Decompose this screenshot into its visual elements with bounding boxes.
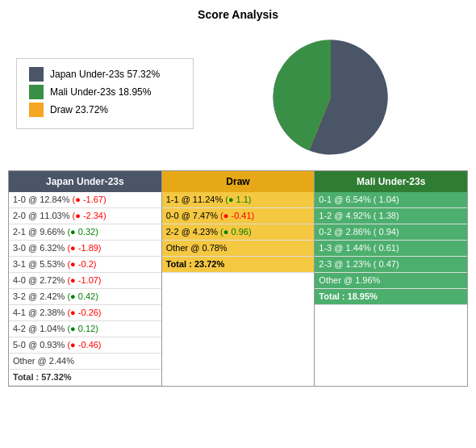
japan-score-7: 4-1 @ 2.38%: [13, 308, 67, 317]
page-title: Score Analysis: [8, 8, 468, 21]
legend-item-japan: Japan Under-23s 57.32%: [29, 67, 181, 82]
japan-change-0: (● -1.67): [73, 195, 106, 204]
legend: Japan Under-23s 57.32% Mali Under-23s 18…: [16, 58, 194, 129]
japan-score-2: 2-1 @ 9.66%: [13, 227, 67, 237]
japan-row-7: 4-1 @ 2.38% (● -0.26): [9, 305, 161, 321]
draw-row-0: 1-1 @ 11.24% (● 1.1): [162, 192, 315, 208]
japan-score-9: 5-0 @ 0.93%: [13, 340, 67, 350]
pie-container: [194, 29, 468, 158]
mali-row-1: 1-2 @ 4.92% ( 1.38): [315, 208, 467, 224]
japan-row-8: 4-2 @ 1.04% (● 0.12): [9, 321, 161, 337]
draw-total-text: Total : 23.72%: [166, 259, 225, 269]
japan-score-3: 3-0 @ 6.32%: [13, 243, 67, 253]
japan-change-3: (● -1.89): [67, 243, 101, 253]
draw-change-1: (● -0.41): [220, 211, 254, 220]
mali-total: Total : 18.95%: [315, 289, 467, 305]
japan-score-8: 4-2 @ 1.04%: [13, 324, 67, 333]
japan-score-0: 1-0 @ 12.84%: [13, 195, 73, 204]
japan-row-9: 5-0 @ 0.93% (● -0.46): [9, 337, 161, 354]
draw-row-other: Other @ 0.78%: [162, 241, 315, 257]
mali-total-text: Total : 18.95%: [319, 291, 378, 301]
score-table: Japan Under-23s 1-0 @ 12.84% (● -1.67) 2…: [8, 170, 468, 387]
draw-row-2: 2-2 @ 4.23% (● 0.96): [162, 224, 315, 241]
pie-chart: [258, 29, 403, 158]
japan-score-1: 2-0 @ 11.03%: [13, 211, 73, 220]
legend-item-draw: Draw 23.72%: [29, 103, 181, 117]
japan-row-3: 3-0 @ 6.32% (● -1.89): [9, 241, 161, 257]
japan-row-other: Other @ 2.44%: [9, 354, 161, 370]
japan-change-7: (● -0.26): [67, 308, 101, 317]
draw-other: Other @ 0.78%: [166, 243, 228, 253]
japan-change-6: (● 0.42): [67, 291, 98, 301]
legend-color-mali: [29, 85, 44, 99]
draw-score-2: 2-2 @ 4.23%: [166, 227, 220, 237]
japan-score-6: 3-2 @ 2.42%: [13, 291, 67, 301]
legend-color-draw: [29, 103, 44, 117]
legend-label-mali: Mali Under-23s 18.95%: [50, 86, 151, 98]
draw-total: Total : 23.72%: [162, 257, 315, 273]
mali-score-1: 1-2 @ 4.92% ( 1.38): [319, 211, 399, 220]
draw-row-1: 0-0 @ 7.47% (● -0.41): [162, 208, 315, 224]
mali-score-4: 2-3 @ 1.23% ( 0.47): [319, 259, 399, 269]
japan-column: Japan Under-23s 1-0 @ 12.84% (● -1.67) 2…: [9, 171, 161, 386]
japan-score-4: 3-1 @ 5.53%: [13, 259, 67, 269]
japan-other: Other @ 2.44%: [13, 356, 74, 366]
mali-other: Other @ 1.96%: [319, 275, 380, 285]
japan-total-text: Total : 57.32%: [13, 372, 72, 382]
japan-change-8: (● 0.12): [67, 324, 98, 333]
japan-change-5: (● -1.07): [67, 275, 101, 285]
legend-item-mali: Mali Under-23s 18.95%: [29, 85, 181, 99]
mali-score-3: 1-3 @ 1.44% ( 0.61): [319, 243, 399, 253]
draw-score-0: 1-1 @ 11.24%: [166, 195, 226, 204]
page: Score Analysis Japan Under-23s 57.32% Ma…: [0, 0, 476, 395]
legend-label-draw: Draw 23.72%: [50, 104, 108, 115]
japan-row-2: 2-1 @ 9.66% (● 0.32): [9, 224, 161, 241]
draw-change-0: (● 1.1): [225, 195, 251, 204]
japan-change-1: (● -2.34): [73, 211, 106, 220]
draw-change-2: (● 0.96): [220, 227, 251, 237]
japan-score-5: 4-0 @ 2.72%: [13, 275, 67, 285]
japan-change-2: (● 0.32): [67, 227, 98, 237]
japan-change-9: (● -0.46): [67, 340, 101, 350]
draw-score-1: 0-0 @ 7.47%: [166, 211, 220, 220]
japan-change-4: (● -0.2): [67, 259, 96, 269]
japan-row-4: 3-1 @ 5.53% (● -0.2): [9, 257, 161, 273]
draw-header: Draw: [162, 171, 315, 192]
mali-row-3: 1-3 @ 1.44% ( 0.61): [315, 241, 467, 257]
top-section: Japan Under-23s 57.32% Mali Under-23s 18…: [8, 29, 468, 158]
mali-row-0: 0-1 @ 6.54% ( 1.04): [315, 192, 467, 208]
japan-row-0: 1-0 @ 12.84% (● -1.67): [9, 192, 161, 208]
japan-header: Japan Under-23s: [9, 171, 161, 192]
mali-row-2: 0-2 @ 2.86% ( 0.94): [315, 224, 467, 241]
legend-label-japan: Japan Under-23s 57.32%: [50, 69, 160, 80]
mali-column: Mali Under-23s 0-1 @ 6.54% ( 1.04) 1-2 @…: [315, 171, 467, 386]
mali-row-other: Other @ 1.96%: [315, 273, 467, 289]
japan-total: Total : 57.32%: [9, 370, 161, 386]
japan-row-1: 2-0 @ 11.03% (● -2.34): [9, 208, 161, 224]
mali-score-0: 0-1 @ 6.54% ( 1.04): [319, 195, 399, 204]
japan-row-6: 3-2 @ 2.42% (● 0.42): [9, 289, 161, 305]
japan-row-5: 4-0 @ 2.72% (● -1.07): [9, 273, 161, 289]
mali-score-2: 0-2 @ 2.86% ( 0.94): [319, 227, 399, 237]
legend-color-japan: [29, 67, 44, 82]
draw-column: Draw 1-1 @ 11.24% (● 1.1) 0-0 @ 7.47% (●…: [162, 171, 315, 386]
mali-header: Mali Under-23s: [315, 171, 467, 192]
mali-row-4: 2-3 @ 1.23% ( 0.47): [315, 257, 467, 273]
